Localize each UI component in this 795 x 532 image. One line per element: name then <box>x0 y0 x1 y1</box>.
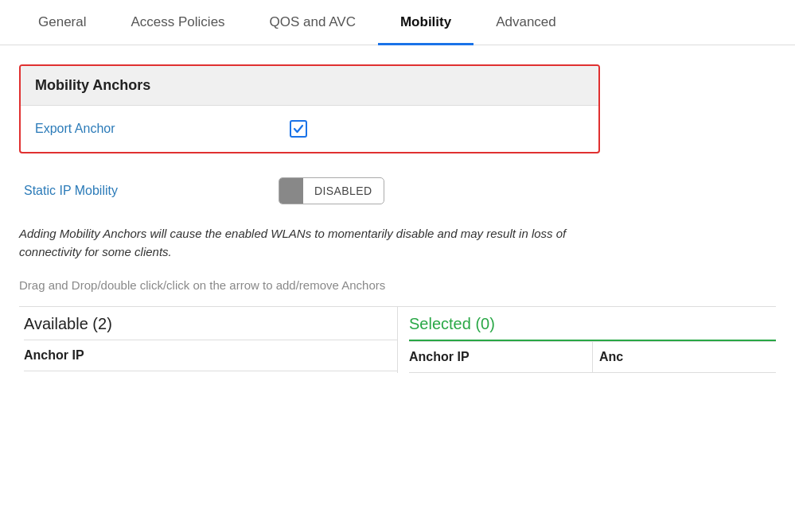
tab-general[interactable]: General <box>16 0 108 45</box>
toggle-indicator <box>279 178 303 204</box>
selected-header: Selected (0) <box>409 307 776 340</box>
warning-text: Adding Mobility Anchors will cause the e… <box>19 225 624 261</box>
mobility-anchors-body: Export Anchor <box>21 105 598 152</box>
static-ip-mobility-label: Static IP Mobility <box>24 184 279 198</box>
available-anchor-ip-header: Anchor IP <box>24 340 397 371</box>
toggle-status-text: DISABLED <box>303 184 384 197</box>
tab-mobility[interactable]: Mobility <box>378 0 473 45</box>
tab-advanced[interactable]: Advanced <box>473 0 579 45</box>
checkmark-icon <box>293 123 304 134</box>
selected-anchor-ip-header: Anchor IP <box>409 341 593 373</box>
export-anchor-label: Export Anchor <box>35 122 290 136</box>
anchor-lists-section: Available (2) Anchor IP Selected (0) Anc… <box>19 306 776 373</box>
mobility-anchors-title: Mobility Anchors <box>35 77 150 93</box>
main-content: Mobility Anchors Export Anchor Static IP… <box>0 45 795 373</box>
static-ip-mobility-row: Static IP Mobility DISABLED <box>19 169 776 212</box>
selected-anc-header: Anc <box>593 341 776 373</box>
export-anchor-checkbox[interactable] <box>290 120 307 138</box>
drag-hint-text: Drag and Drop/double click/click on the … <box>19 278 776 292</box>
tab-qos-avc[interactable]: QOS and AVC <box>247 0 378 45</box>
available-header: Available (2) <box>24 307 397 340</box>
mobility-anchors-box: Mobility Anchors Export Anchor <box>19 64 600 153</box>
tab-access-policies[interactable]: Access Policies <box>108 0 247 45</box>
mobility-anchors-header: Mobility Anchors <box>21 66 598 105</box>
tab-navigation: General Access Policies QOS and AVC Mobi… <box>0 0 795 45</box>
selected-table-headers: Anchor IP Anc <box>409 341 776 373</box>
static-ip-mobility-toggle[interactable]: DISABLED <box>279 177 384 204</box>
selected-col-inner: Selected (0) Anchor IP Anc <box>398 307 776 373</box>
export-anchor-row: Export Anchor <box>35 120 584 138</box>
available-col-inner: Available (2) Anchor IP <box>19 307 397 371</box>
available-column: Available (2) Anchor IP <box>19 306 397 373</box>
selected-column: Selected (0) Anchor IP Anc <box>397 306 776 373</box>
